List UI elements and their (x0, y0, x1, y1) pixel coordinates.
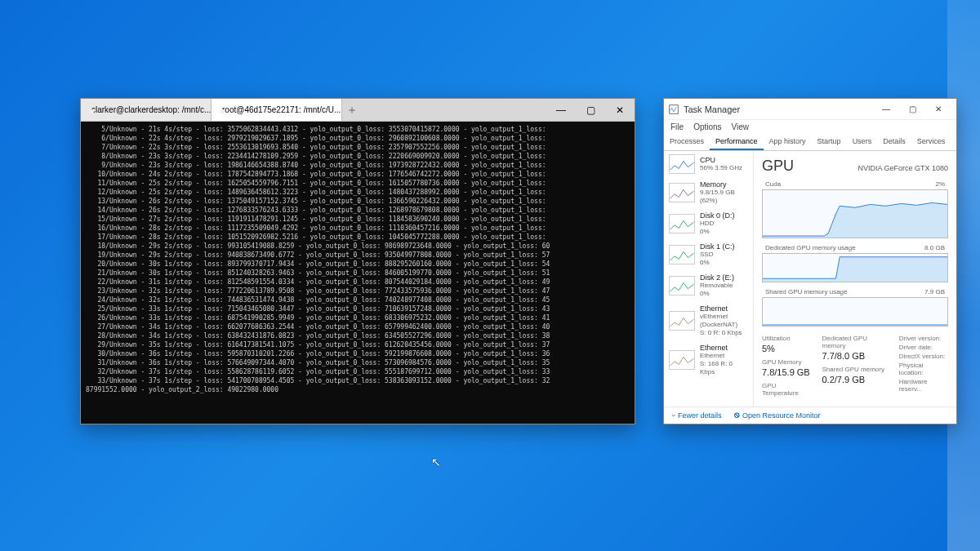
chart-label: Cuda (765, 180, 781, 188)
taskmgr-title: Task Manager (684, 104, 873, 114)
sidebar-item-title: Memory (700, 180, 748, 189)
menu-options[interactable]: Options (693, 122, 721, 131)
stat-value: 0.2/7.9 GB (822, 375, 888, 384)
close-button[interactable]: ✕ (605, 99, 635, 122)
terminal-output[interactable]: 5/Unknown - 21s 4s/step - loss: 35750628… (81, 122, 635, 424)
terminal-sys-buttons: — ▢ ✕ (546, 99, 635, 121)
sidebar-item-cpu[interactable]: CPU56% 3.59 GHz (664, 151, 753, 177)
stat-value: 7.7/8.0 GB (822, 351, 888, 361)
cursor-icon: ↖ (431, 455, 441, 469)
tab-details[interactable]: Details (877, 134, 911, 150)
stat-label: GPU Temperature (762, 382, 811, 397)
driver-info-label: Hardware reserv... (899, 378, 948, 393)
driver-info-label: Physical location: (899, 362, 948, 376)
gpu-stats: Utilization 5% GPU Memory 7.8/15.9 GB GP… (762, 335, 948, 397)
gpu-header: GPU NVIDIA GeForce GTX 1080 (762, 158, 948, 175)
chart-right-label: 7.9 GB (924, 288, 945, 295)
sidebar-item-sub: Removable0% (700, 282, 734, 298)
driver-info-label: DirectX version: (899, 353, 948, 360)
chart-right-label: 8.0 GB (924, 244, 945, 251)
chart-right-label: 2% (935, 180, 945, 188)
sidebar-item-title: Ethernet (700, 344, 748, 352)
sparkline-icon (669, 245, 695, 264)
sidebar-item-ethernet[interactable]: EthernetEthernetS: 168 R: 0 Kbps (664, 340, 753, 380)
tab-services[interactable]: Services (911, 134, 951, 150)
tab-startup[interactable]: Startup (812, 134, 847, 150)
driver-info-label: Driver date: (899, 344, 948, 351)
driver-info-label: Driver version: (899, 335, 948, 342)
sidebar-item-title: Disk 0 (D:) (700, 211, 735, 220)
terminal-tab-title: root@46d175e22171: /mnt/c/U... (222, 105, 341, 114)
menu-view[interactable]: View (732, 122, 750, 131)
terminal-tabbar: clarker@clarkerdesktop: /mnt/c... × root… (81, 99, 635, 122)
tab-performance[interactable]: Performance (710, 134, 764, 150)
open-resource-monitor-link[interactable]: 🛇 Open Resource Monitor (733, 411, 821, 420)
sparkline-icon (669, 154, 695, 174)
taskmgr-titlebar[interactable]: Task Manager — ▢ ✕ (664, 99, 956, 120)
stat-label: Utilization (762, 335, 811, 342)
sidebar-item-sub: SSD0% (700, 251, 735, 267)
minimize-button[interactable]: — (546, 99, 576, 122)
sidebar-item-disk-1-c-[interactable]: Disk 1 (C:)SSD0% (664, 239, 753, 270)
stat-value: 5% (762, 344, 811, 353)
maximize-button[interactable]: ▢ (899, 100, 925, 119)
svg-rect-3 (763, 298, 947, 326)
tab-processes[interactable]: Processes (664, 134, 710, 150)
gpu-title: GPU (762, 158, 794, 175)
terminal-tab-0[interactable]: clarker@clarkerdesktop: /mnt/c... × (81, 99, 212, 121)
task-manager-window: Task Manager — ▢ ✕ File Options View Pro… (663, 98, 957, 424)
sidebar-item-sub: vEthernet (DockerNAT)S: 0 R: 0 Kbps (700, 313, 748, 337)
sparkline-icon (669, 214, 695, 233)
taskmgr-body: CPU56% 3.59 GHzMemory9.8/15.9 GB (62%)Di… (664, 151, 956, 407)
stat-label: GPU Memory (762, 358, 811, 366)
minimize-button[interactable]: — (873, 100, 899, 119)
sparkline-icon (669, 183, 695, 202)
stat-value: 7.8/15.9 GB (762, 367, 811, 377)
taskmgr-footer: ›Fewer details 🛇 Open Resource Monitor (664, 407, 956, 424)
sidebar-item-title: CPU (700, 156, 742, 164)
sidebar-item-sub: 9.8/15.9 GB (62%) (700, 189, 748, 205)
stat-label: Shared GPU memory (822, 366, 888, 373)
shared-memory-chart[interactable]: Shared GPU memory usage 7.9 GB (762, 297, 948, 327)
tab-users[interactable]: Users (847, 134, 878, 150)
sidebar-item-ethernet[interactable]: EthernetvEthernet (DockerNAT)S: 0 R: 0 K… (664, 301, 753, 340)
tab-app-history[interactable]: App history (764, 134, 812, 150)
close-button[interactable]: ✕ (925, 100, 951, 119)
taskmgr-menubar: File Options View (664, 120, 956, 134)
sidebar-item-sub: EthernetS: 168 R: 0 Kbps (700, 352, 748, 376)
stat-label: Dedicated GPU memory (822, 335, 888, 349)
chevron-up-icon: › (670, 415, 678, 417)
sparkline-icon (669, 276, 695, 295)
chart-label: Dedicated GPU memory usage (765, 244, 856, 251)
gpu-model: NVIDIA GeForce GTX 1080 (858, 164, 948, 172)
sidebar-item-title: Disk 2 (E:) (700, 273, 734, 282)
sidebar-item-sub: 56% 3.59 GHz (700, 164, 742, 172)
sidebar-item-title: Ethernet (700, 304, 748, 313)
fewer-details-link[interactable]: ›Fewer details (672, 411, 722, 420)
dedicated-memory-chart[interactable]: Dedicated GPU memory usage 8.0 GB (762, 253, 948, 282)
taskmgr-icon (669, 104, 679, 114)
taskmgr-sys-buttons: — ▢ ✕ (873, 100, 951, 119)
gpu-panel: GPU NVIDIA GeForce GTX 1080 Cuda 2% Dedi… (754, 151, 956, 407)
terminal-tab-title: clarker@clarkerdesktop: /mnt/c... (91, 105, 211, 114)
new-tab-button[interactable]: ＋ (342, 99, 362, 121)
sidebar-item-disk-0-d-[interactable]: Disk 0 (D:)HDD0% (664, 208, 753, 239)
sidebar-item-memory[interactable]: Memory9.8/15.9 GB (62%) (664, 177, 753, 208)
sidebar-item-disk-2-e-[interactable]: Disk 2 (E:)Removable0% (664, 270, 753, 301)
terminal-window: clarker@clarkerdesktop: /mnt/c... × root… (80, 98, 635, 424)
performance-sidebar: CPU56% 3.59 GHzMemory9.8/15.9 GB (62%)Di… (664, 151, 754, 407)
maximize-button[interactable]: ▢ (576, 99, 605, 122)
taskmgr-tabs: ProcessesPerformanceApp historyStartupUs… (664, 134, 956, 151)
terminal-tab-1[interactable]: root@46d175e22171: /mnt/c/U... × (212, 99, 342, 121)
sidebar-item-title: Disk 1 (C:) (700, 242, 735, 251)
sparkline-icon (669, 350, 695, 370)
sidebar-item-sub: HDD0% (700, 220, 735, 236)
chart-label: Shared GPU memory usage (765, 288, 848, 295)
menu-file[interactable]: File (670, 122, 684, 131)
sparkline-icon (669, 311, 695, 331)
cuda-chart[interactable]: Cuda 2% (762, 189, 948, 238)
